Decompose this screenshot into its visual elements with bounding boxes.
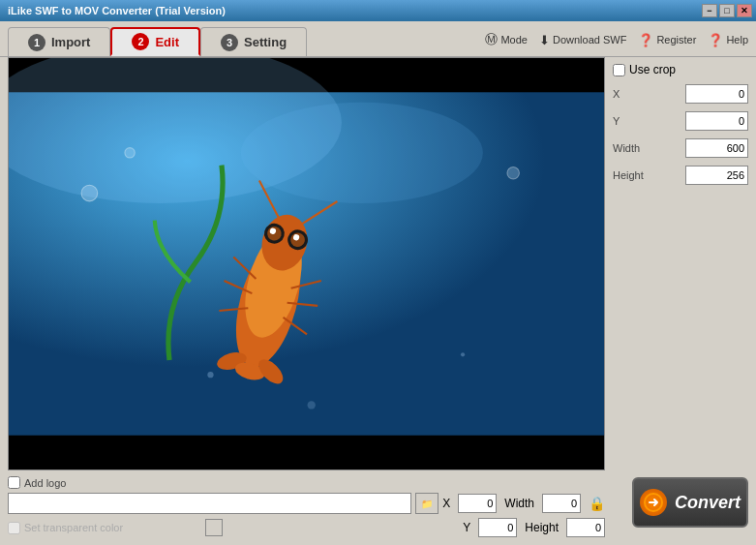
help-menu-item[interactable]: ❓ Help xyxy=(708,33,748,47)
convert-label: Convert xyxy=(675,493,741,513)
crop-y-row: Y xyxy=(613,111,748,131)
crop-width-label: Width xyxy=(613,142,640,154)
close-button[interactable]: ✕ xyxy=(737,4,752,17)
tab-edit-label: Edit xyxy=(155,35,179,49)
crop-width-input[interactable] xyxy=(685,138,748,158)
convert-icon xyxy=(640,489,667,516)
crop-height-input[interactable] xyxy=(685,166,748,185)
browse-icon: 📁 xyxy=(421,499,433,509)
convert-svg-icon xyxy=(644,493,663,512)
transparent-label: Set transparent color xyxy=(24,522,123,533)
crop-height-row: Height xyxy=(613,166,748,185)
logo-coords-row2: Y Height xyxy=(463,518,605,537)
help-icon: ❓ xyxy=(708,33,723,47)
tabs-container: 1 Import 2 Edit 3 Setting xyxy=(8,27,307,56)
tab-setting-num: 3 xyxy=(221,34,238,51)
use-crop-label: Use crop xyxy=(629,63,676,76)
svg-point-2 xyxy=(241,103,483,203)
top-menu: Ⓜ Mode ⬇ Download SWF ❓ Register ❓ Help xyxy=(485,31,748,52)
x-label: X xyxy=(442,497,450,510)
logo-path-input[interactable] xyxy=(8,493,411,514)
add-logo-label: Add logo xyxy=(24,477,66,489)
add-logo-checkbox-label[interactable]: Add logo xyxy=(8,476,66,489)
download-icon: ⬇ xyxy=(539,33,550,47)
left-panel: Add logo 📁 X Width 🔒 xyxy=(8,57,605,537)
logo-coords-row: X Width 🔒 xyxy=(442,494,605,513)
right-panel: Use crop X Y Width Height xyxy=(613,57,748,537)
convert-section: Convert xyxy=(613,477,748,537)
crop-y-label: Y xyxy=(613,115,620,127)
tab-setting[interactable]: 3 Setting xyxy=(200,27,307,56)
browse-button[interactable]: 📁 xyxy=(415,493,438,514)
tab-import-num: 1 xyxy=(28,34,45,51)
transparent-checkbox xyxy=(8,522,20,534)
maximize-button[interactable]: □ xyxy=(719,4,735,17)
logo-y-input[interactable] xyxy=(478,518,517,537)
tab-edit[interactable]: 2 Edit xyxy=(110,27,200,56)
register-menu-item[interactable]: ❓ Register xyxy=(638,33,696,47)
main-window: 1 Import 2 Edit 3 Setting Ⓜ Mode ⬇ Downl… xyxy=(0,21,756,545)
svg-point-5 xyxy=(507,167,520,179)
transparent-checkbox-label[interactable]: Set transparent color xyxy=(8,522,201,534)
mode-icon: Ⓜ xyxy=(485,31,498,48)
crop-header: Use crop xyxy=(613,63,748,76)
svg-point-27 xyxy=(461,352,465,356)
register-icon: ❓ xyxy=(638,33,653,47)
logo-row: Add logo xyxy=(8,476,605,489)
download-menu-item[interactable]: ⬇ Download SWF xyxy=(539,33,626,47)
mode-menu-item[interactable]: Ⓜ Mode xyxy=(485,31,528,48)
preview-container xyxy=(8,57,605,470)
convert-button[interactable]: Convert xyxy=(632,477,748,528)
mode-label: Mode xyxy=(500,34,528,45)
logo-width-input[interactable] xyxy=(542,494,581,513)
preview-image xyxy=(9,58,604,469)
download-label: Download SWF xyxy=(553,34,626,45)
height-label: Height xyxy=(525,521,559,534)
crop-x-label: X xyxy=(613,88,620,100)
tab-edit-num: 2 xyxy=(132,33,149,50)
tab-bar: 1 Import 2 Edit 3 Setting Ⓜ Mode ⬇ Downl… xyxy=(0,21,756,56)
register-label: Register xyxy=(656,34,696,45)
y-label: Y xyxy=(463,521,470,534)
app-title: iLike SWF to MOV Converter (Trial Versio… xyxy=(8,5,226,16)
tab-setting-label: Setting xyxy=(244,35,287,49)
svg-point-28 xyxy=(308,401,316,409)
minimize-button[interactable]: − xyxy=(702,4,717,17)
add-logo-checkbox[interactable] xyxy=(8,476,20,489)
crop-height-label: Height xyxy=(613,169,644,181)
svg-point-26 xyxy=(207,372,213,378)
logo-height-input[interactable] xyxy=(566,518,605,537)
use-crop-checkbox[interactable] xyxy=(613,64,625,76)
help-label: Help xyxy=(726,34,748,45)
content-area: Add logo 📁 X Width 🔒 xyxy=(0,56,756,545)
crop-width-row: Width xyxy=(613,138,748,158)
svg-point-3 xyxy=(81,185,98,201)
logo-x-input[interactable] xyxy=(458,494,497,513)
svg-point-4 xyxy=(125,148,135,158)
width-label: Width xyxy=(504,497,534,510)
tab-import[interactable]: 1 Import xyxy=(8,27,110,56)
window-controls: − □ ✕ xyxy=(702,4,752,17)
crop-x-row: X xyxy=(613,84,748,104)
crop-y-input[interactable] xyxy=(685,111,748,131)
crop-x-input[interactable] xyxy=(685,84,748,104)
tab-import-label: Import xyxy=(51,35,90,49)
bottom-controls: Add logo 📁 X Width 🔒 xyxy=(8,476,605,537)
title-bar: iLike SWF to MOV Converter (Trial Versio… xyxy=(0,0,756,21)
transparent-color-box[interactable] xyxy=(205,519,223,536)
lock-icon[interactable]: 🔒 xyxy=(589,496,605,511)
